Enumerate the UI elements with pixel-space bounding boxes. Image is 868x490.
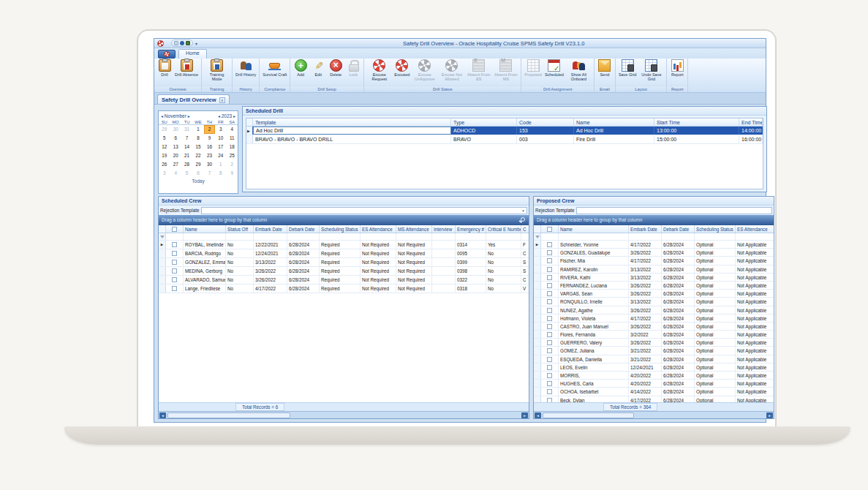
drill-history-button[interactable]: Drill History [234, 59, 257, 86]
crew-row[interactable]: Hofmann, Violeta4/17/20226/28/2024Option… [534, 314, 774, 323]
calendar-day[interactable]: 1 [215, 160, 226, 169]
checkbox[interactable] [547, 299, 552, 304]
calendar-day[interactable]: 29 [159, 125, 170, 134]
search-icon[interactable] [521, 217, 525, 222]
column-header-template[interactable]: Template [253, 118, 451, 126]
scroll-thumb[interactable] [167, 412, 290, 418]
crew-row[interactable]: MORRIS,4/20/20226/28/2024OptionalNot App… [534, 372, 774, 380]
checkbox[interactable] [547, 381, 552, 386]
proposed-crew-filter-row[interactable] [534, 233, 774, 241]
select-all-cell[interactable] [166, 225, 184, 233]
filter-cell[interactable] [166, 233, 184, 240]
calendar-day[interactable]: 24 [215, 151, 226, 160]
calendar-day[interactable]: 15 [192, 143, 203, 151]
crew-row[interactable]: CASTRO, Juan Manuel3/26/20226/28/2024Opt… [534, 323, 774, 331]
filter-cell[interactable] [486, 233, 521, 240]
checkbox[interactable] [172, 242, 177, 247]
filter-cell[interactable] [254, 233, 287, 240]
column-header-code[interactable]: Code [517, 118, 574, 126]
checkbox[interactable] [172, 277, 177, 282]
filter-cell[interactable] [226, 233, 254, 240]
crew-row[interactable]: BARCIA, RodrigoNo12/24/20216/28/2024Requ… [159, 249, 529, 258]
calendar-day[interactable]: 25 [227, 151, 238, 160]
scheduled-button[interactable]: Scheduled [543, 59, 565, 86]
column-header-end-time[interactable]: End Time [739, 118, 763, 126]
checkbox-cell[interactable] [541, 274, 559, 281]
quick-access-caret-icon[interactable]: ▾ [195, 41, 197, 46]
checkbox[interactable] [547, 283, 552, 288]
checkbox-cell[interactable] [541, 298, 559, 305]
calendar-day[interactable]: 2 [227, 160, 238, 169]
select-all-cell[interactable] [541, 225, 559, 233]
checkbox[interactable] [172, 260, 177, 265]
column-header-debark-date[interactable]: Debark Date [662, 225, 695, 233]
checkbox-cell[interactable] [166, 276, 184, 284]
checkbox[interactable] [547, 332, 552, 337]
calendar-day[interactable]: 4 [170, 169, 181, 178]
show-all-onboard-button[interactable]: Show All Onboard [565, 59, 592, 86]
checkbox-cell[interactable] [541, 290, 559, 297]
quick-access-toolbar[interactable] [171, 39, 193, 47]
checkbox[interactable] [172, 268, 177, 274]
checkbox-cell[interactable] [541, 396, 559, 402]
calendar-day[interactable]: 31 [181, 125, 192, 134]
calendar-day[interactable]: 12 [159, 143, 170, 151]
quick-access-icon-3[interactable] [186, 41, 190, 45]
calendar-day[interactable]: 6 [192, 169, 203, 178]
filter-cell[interactable] [541, 233, 559, 240]
filter-cell[interactable] [559, 233, 629, 240]
column-header-embark-date[interactable]: Embark Date [254, 225, 287, 233]
scroll-thumb[interactable] [543, 412, 634, 418]
application-menu-button[interactable] [158, 50, 176, 59]
calendar-day[interactable]: 1 [192, 125, 203, 134]
report-button[interactable]: Report [668, 59, 686, 86]
drill-absence-button[interactable]: Drill Absence [173, 59, 200, 86]
calendar-day[interactable]: 13 [170, 143, 181, 151]
crew-row[interactable]: Fischer, Mia4/17/20226/28/2024OptionalNo… [534, 257, 774, 265]
calendar-day[interactable]: 17 [215, 143, 226, 151]
checkbox-cell[interactable] [541, 257, 559, 264]
filter-cell[interactable] [432, 233, 456, 240]
crew-row[interactable]: Flores, Fernanda3/2/20226/28/2024Optiona… [534, 331, 774, 339]
calendar-day[interactable]: 30 [170, 125, 181, 134]
column-header-debark-date[interactable]: Debark Date [287, 225, 320, 233]
checkbox[interactable] [547, 357, 552, 362]
crew-row[interactable]: RAMIREZ, Karolin3/13/20226/28/2024Option… [534, 265, 774, 274]
calendar-day[interactable]: 16 [204, 143, 215, 151]
calendar-day[interactable]: 6 [170, 134, 181, 143]
calendar-day[interactable]: 26 [159, 160, 170, 169]
next-year-arrow[interactable]: ▸ [233, 114, 235, 118]
crew-row[interactable]: HUGHES, Carla4/20/20226/28/2024OptionalN… [534, 380, 774, 388]
crew-row[interactable]: FERNANDEZ, Luciana3/26/20226/28/2024Opti… [534, 282, 774, 290]
checkbox[interactable] [547, 242, 552, 247]
quick-access-icon-2[interactable] [180, 41, 184, 45]
checkbox-cell[interactable] [166, 267, 184, 275]
survival-craft-button[interactable]: Survival Craft [261, 59, 288, 86]
crew-row[interactable]: GOMEZ, Juliana3/21/20226/28/2024Optional… [534, 347, 774, 355]
filter-funnel-icon[interactable] [160, 235, 165, 238]
calendar-day[interactable]: 11 [227, 134, 238, 143]
calendar-day[interactable]: 8 [192, 134, 203, 143]
calendar-day[interactable]: 18 [227, 143, 238, 151]
scroll-left-icon[interactable]: ◂ [159, 412, 166, 418]
checkbox-cell[interactable] [541, 323, 559, 330]
crew-row[interactable]: ALVARADO, SamuelNo3/26/20226/28/2024Requ… [159, 276, 529, 284]
scheduled-crew-filter-row[interactable] [159, 233, 529, 241]
checkbox-cell[interactable] [541, 314, 559, 322]
checkbox[interactable] [547, 267, 552, 272]
column-header-start-time[interactable]: Start Time [654, 118, 739, 126]
checkbox-cell[interactable] [541, 331, 559, 338]
drill-button[interactable]: Drill [156, 59, 173, 86]
filter-cell[interactable] [521, 233, 529, 240]
calendar-day[interactable]: 9 [204, 134, 215, 143]
save-grid-button[interactable]: Save Grid [617, 59, 638, 86]
checkbox[interactable] [547, 340, 552, 345]
drill-row[interactable]: ▶Ad Hoc DrillADHOCD153Ad Hoc Drill13:00:… [246, 127, 763, 135]
calendar-day[interactable]: 23 [204, 151, 215, 160]
checkbox[interactable] [547, 250, 552, 255]
checkbox-cell[interactable] [541, 339, 559, 346]
checkbox-cell[interactable] [166, 258, 184, 266]
calendar-day[interactable]: 9 [227, 169, 238, 178]
column-header-es-attendance[interactable]: ES Attendance [361, 225, 396, 233]
column-header-type[interactable]: Type [451, 118, 517, 126]
